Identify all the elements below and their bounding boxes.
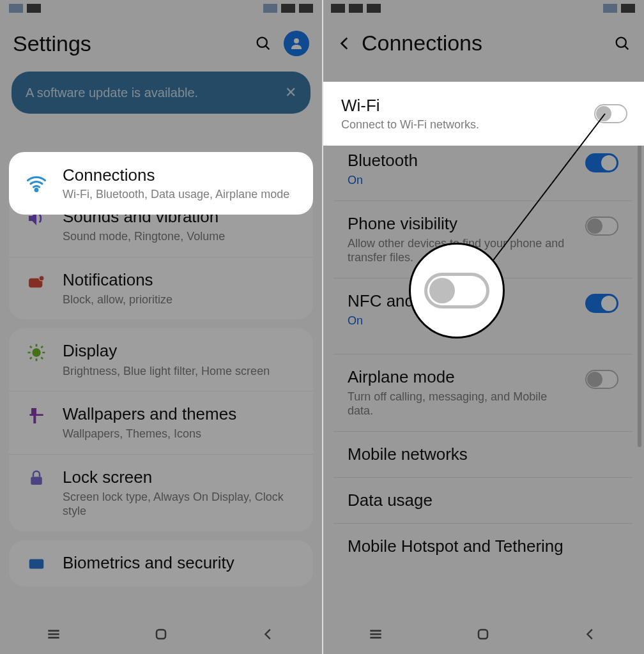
row-bluetooth[interactable]: Bluetooth On (334, 137, 632, 201)
android-navbar (0, 614, 322, 654)
banner-text: A software update is available. (26, 86, 198, 100)
row-biometrics[interactable]: Biometrics and security (9, 540, 313, 586)
home-icon[interactable] (474, 625, 492, 643)
home-icon[interactable] (152, 625, 170, 643)
svg-line-22 (625, 45, 629, 49)
search-icon[interactable] (613, 34, 631, 52)
settings-header: Settings (0, 17, 322, 68)
toggle-magnifier (409, 243, 505, 338)
row-sub: Brightness, Blue light filter, Home scre… (63, 364, 299, 379)
lock-icon (23, 469, 50, 488)
recents-icon[interactable] (45, 625, 63, 643)
row-sub: Sound mode, Ringtone, Volume (63, 229, 299, 244)
row-title: Mobile networks (348, 445, 618, 464)
visibility-toggle[interactable] (585, 217, 618, 236)
display-icon (23, 342, 50, 363)
page-title: Settings (13, 31, 91, 56)
row-connections[interactable]: Connections Wi-Fi, Bluetooth, Data usage… (9, 152, 313, 215)
wifi-toggle[interactable] (594, 104, 627, 123)
row-sub: Wi-Fi, Bluetooth, Data usage, Airplane m… (63, 188, 289, 201)
back-icon[interactable] (259, 625, 277, 643)
wifi-toggle-enlarged (424, 273, 489, 308)
svg-point-2 (294, 38, 299, 43)
row-title: Wi-Fi (341, 96, 479, 116)
row-wifi[interactable]: Wi-Fi Connect to Wi-Fi networks. (322, 82, 644, 146)
search-icon[interactable] (254, 34, 272, 52)
svg-point-21 (617, 37, 626, 47)
bluetooth-toggle[interactable] (585, 153, 618, 172)
settings-screen: Settings A software update is available.… (0, 0, 322, 654)
row-title: Mobile Hotspot and Tethering (348, 536, 618, 556)
row-display[interactable]: Display Brightness, Blue light filter, H… (9, 328, 313, 391)
svg-line-1 (266, 46, 270, 50)
row-title: Lock screen (63, 468, 299, 487)
row-notifications[interactable]: Notifications Block, allow, prioritize (9, 257, 313, 320)
svg-point-5 (33, 349, 40, 356)
svg-rect-14 (31, 476, 42, 485)
wifi-icon (23, 172, 50, 195)
row-title: Notifications (63, 270, 299, 290)
svg-point-16 (35, 189, 38, 192)
row-lockscreen[interactable]: Lock screen Screen lock type, Always On … (9, 454, 313, 531)
update-banner[interactable]: A software update is available. ✕ (12, 72, 310, 114)
row-data-usage[interactable]: Data usage (334, 477, 632, 523)
row-title: Data usage (348, 490, 618, 510)
row-hotspot[interactable]: Mobile Hotspot and Tethering (334, 523, 632, 569)
page-title: Connections (362, 31, 482, 56)
row-title: Airplane mode (348, 367, 572, 387)
row-sub: Connect to Wi-Fi networks. (341, 118, 479, 132)
row-sub: Block, allow, prioritize (63, 293, 299, 307)
notification-icon (23, 271, 50, 292)
nfc-toggle[interactable] (585, 294, 618, 313)
status-bar (0, 0, 322, 17)
wallpaper-icon (23, 406, 50, 426)
svg-line-10 (30, 346, 32, 348)
svg-point-0 (257, 38, 267, 47)
back-icon[interactable] (581, 625, 599, 643)
status-bar (322, 0, 644, 17)
recents-icon[interactable] (367, 625, 385, 643)
row-title: Display (63, 341, 299, 361)
svg-rect-26 (479, 630, 487, 639)
row-title: Phone visibility (348, 214, 572, 234)
biometrics-icon (23, 554, 50, 574)
row-title: Biometrics and security (63, 553, 299, 573)
svg-line-12 (30, 358, 32, 360)
row-sub: Turn off calling, messaging, and Mobile … (348, 390, 572, 418)
airplane-toggle[interactable] (585, 370, 618, 389)
svg-line-11 (41, 358, 43, 360)
svg-line-13 (41, 346, 43, 348)
svg-rect-20 (157, 630, 165, 639)
android-navbar (322, 614, 644, 654)
row-sub: Wallpapers, Themes, Icons (63, 427, 299, 441)
svg-point-4 (39, 275, 44, 280)
row-title: Bluetooth (348, 151, 572, 171)
row-status: On (348, 173, 572, 188)
row-sub: Screen lock type, Always On Display, Clo… (63, 490, 299, 519)
row-airplane-mode[interactable]: Airplane mode Turn off calling, messagin… (334, 354, 632, 431)
back-button[interactable] (335, 33, 355, 54)
row-title: Connections (63, 165, 289, 185)
row-wallpapers[interactable]: Wallpapers and themes Wallpapers, Themes… (9, 391, 313, 454)
connections-header: Connections (322, 17, 644, 67)
row-mobile-networks[interactable]: Mobile networks (334, 431, 632, 477)
row-title: Wallpapers and themes (63, 404, 299, 424)
svg-rect-15 (29, 559, 44, 568)
close-icon[interactable]: ✕ (285, 84, 296, 101)
account-avatar[interactable] (284, 31, 309, 56)
